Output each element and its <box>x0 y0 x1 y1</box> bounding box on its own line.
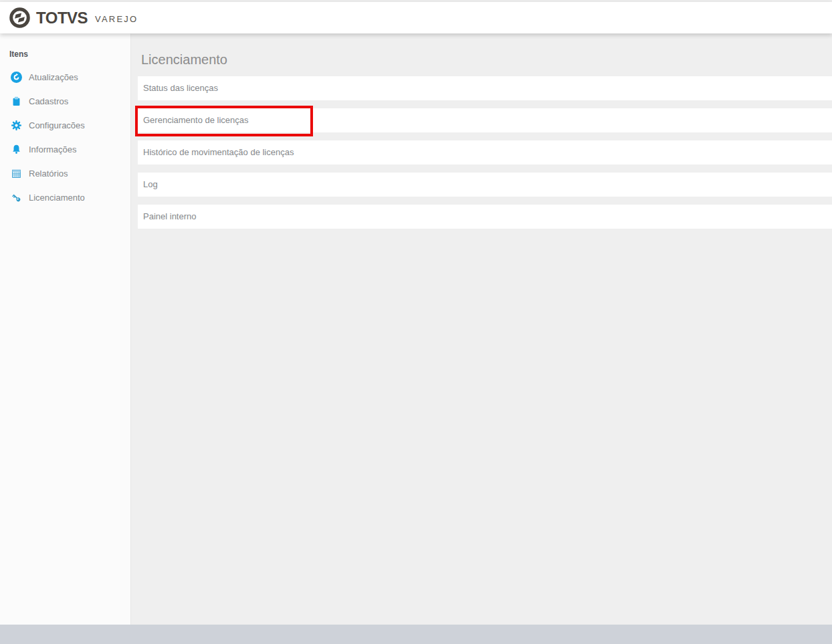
menu-item-status-das-licencas[interactable]: Status das licenças <box>138 76 832 100</box>
menu-item-gerenciamento-de-licencas[interactable]: Gerenciamento de licenças <box>138 108 832 132</box>
clipboard-icon <box>11 96 22 107</box>
menu-item-painel-interno[interactable]: Painel interno <box>138 205 832 229</box>
gear-icon <box>11 120 22 131</box>
sidebar-item-configuracoes[interactable]: Configuracões <box>0 113 130 137</box>
sidebar-item-relatorios[interactable]: Relatórios <box>0 161 130 185</box>
footer-bar <box>0 625 832 644</box>
sidebar: Itens Atualizações Cadastros <box>0 33 131 625</box>
sidebar-item-label: Relatórios <box>29 169 68 179</box>
sidebar-item-cadastros[interactable]: Cadastros <box>0 89 130 113</box>
sidebar-item-label: Licenciamento <box>29 193 85 203</box>
app-header: TOTVS VAREJO <box>0 2 832 33</box>
sync-icon <box>11 72 22 83</box>
sidebar-title: Itens <box>9 49 130 59</box>
menu-list: Status das licenças Gerenciamento de lic… <box>131 76 832 229</box>
bell-icon <box>11 144 22 155</box>
brand-subtext: VAREJO <box>95 14 138 24</box>
totvs-logo: TOTVS VAREJO <box>9 7 138 29</box>
body-row: Itens Atualizações Cadastros <box>0 33 832 625</box>
sidebar-item-label: Atualizações <box>29 72 78 82</box>
sidebar-item-label: Informações <box>29 144 77 154</box>
menu-item-log[interactable]: Log <box>138 173 832 197</box>
table-icon <box>11 168 22 179</box>
page: TOTVS VAREJO Itens Atualizações Cad <box>0 0 832 644</box>
sidebar-item-licenciamento[interactable]: Licenciamento <box>0 185 130 209</box>
sidebar-item-atualizacoes[interactable]: Atualizações <box>0 65 130 89</box>
brand-text: TOTVS <box>36 10 88 26</box>
key-icon <box>11 192 22 203</box>
main-content: Licenciamento Status das licenças Gerenc… <box>131 33 832 625</box>
totvs-logo-icon <box>9 7 31 29</box>
sidebar-item-label: Cadastros <box>29 96 68 106</box>
sidebar-item-informacoes[interactable]: Informações <box>0 137 130 161</box>
sidebar-item-label: Configuracões <box>29 120 85 130</box>
page-title: Licenciamento <box>141 52 832 68</box>
menu-item-historico-de-movimentacao[interactable]: Histórico de movimentação de licenças <box>138 140 832 165</box>
